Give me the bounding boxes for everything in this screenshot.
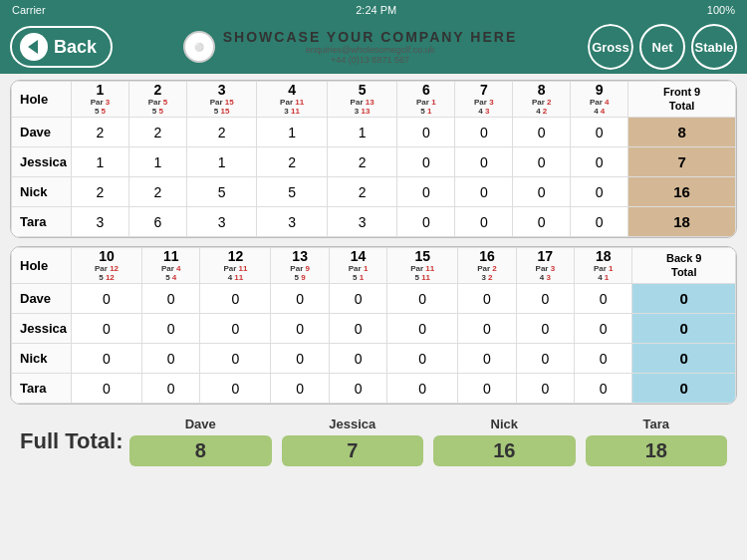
back9-score-tara-hole-18[interactable]: 0 (575, 374, 632, 404)
back9-score-tara-hole-10[interactable]: 0 (72, 374, 142, 404)
front9-score-nick-hole-6[interactable]: 0 (397, 177, 455, 207)
status-bar: Carrier 2:24 PM 100% (0, 0, 747, 20)
back9-score-nick-hole-11[interactable]: 0 (142, 344, 200, 374)
player-total-dave: Dave 8 (129, 417, 272, 466)
table-row: Dave0000000000 (12, 284, 736, 314)
back9-player-name-jessica: Jessica (12, 314, 72, 344)
back9-table: Hole 10 Par 12 5 12 11 Par 4 5 4 12 Par … (11, 247, 736, 404)
carrier-label: Carrier (12, 4, 46, 16)
front9-score-nick-hole-4[interactable]: 5 (257, 177, 327, 207)
front9-score-tara-hole-7[interactable]: 0 (455, 207, 513, 237)
back9-score-tara-hole-16[interactable]: 0 (458, 374, 516, 404)
front9-score-nick-hole-3[interactable]: 5 (186, 177, 256, 207)
back9-score-jessica-hole-18[interactable]: 0 (575, 314, 632, 344)
player-total-dave-name: Dave (185, 417, 216, 431)
back9-score-dave-hole-14[interactable]: 0 (329, 284, 386, 314)
front9-total-dave: 8 (628, 118, 736, 147)
back9-score-nick-hole-10[interactable]: 0 (72, 344, 142, 374)
front9-score-dave-hole-1[interactable]: 2 (72, 118, 129, 147)
front9-score-dave-hole-5[interactable]: 1 (327, 118, 396, 147)
front9-score-dave-hole-4[interactable]: 1 (257, 118, 327, 147)
front9-score-nick-hole-8[interactable]: 0 (513, 177, 571, 207)
back9-score-jessica-hole-14[interactable]: 0 (329, 314, 386, 344)
back-button[interactable]: Back (10, 26, 113, 68)
back9-score-dave-hole-13[interactable]: 0 (271, 284, 329, 314)
front9-score-tara-hole-4[interactable]: 3 (257, 207, 327, 237)
back9-hole-12: 12 Par 11 4 11 (200, 248, 271, 284)
front9-score-tara-hole-1[interactable]: 3 (72, 207, 129, 237)
front9-hole-9: 9 Par 4 4 4 (571, 82, 628, 118)
player-total-tara: Tara 18 (586, 417, 728, 466)
front9-header-row: Hole 1 Par 3 5 5 2 Par 5 5 5 3 Par 15 (12, 82, 736, 118)
front9-score-jessica-hole-7[interactable]: 0 (455, 147, 513, 177)
back9-score-dave-hole-10[interactable]: 0 (72, 284, 142, 314)
back9-score-tara-hole-11[interactable]: 0 (142, 374, 200, 404)
back9-score-jessica-hole-15[interactable]: 0 (387, 314, 458, 344)
front9-hole-5: 5 Par 13 3 13 (327, 82, 396, 118)
table-row: Nick0000000000 (12, 344, 736, 374)
back9-score-dave-hole-11[interactable]: 0 (142, 284, 200, 314)
front9-hole-8: 8 Par 2 4 2 (513, 82, 571, 118)
back9-score-jessica-hole-10[interactable]: 0 (72, 314, 142, 344)
front9-score-dave-hole-3[interactable]: 2 (186, 118, 256, 147)
back9-score-jessica-hole-13[interactable]: 0 (271, 314, 329, 344)
front9-score-tara-hole-6[interactable]: 0 (397, 207, 455, 237)
back9-score-nick-hole-16[interactable]: 0 (458, 344, 516, 374)
back9-score-dave-hole-15[interactable]: 0 (387, 284, 458, 314)
front9-score-tara-hole-5[interactable]: 3 (327, 207, 396, 237)
front9-score-dave-hole-8[interactable]: 0 (513, 118, 571, 147)
front9-score-nick-hole-5[interactable]: 2 (327, 177, 396, 207)
back9-score-nick-hole-12[interactable]: 0 (200, 344, 271, 374)
stable-button[interactable]: Stable (691, 24, 737, 70)
front9-score-dave-hole-9[interactable]: 0 (571, 118, 628, 147)
front9-score-jessica-hole-5[interactable]: 2 (327, 147, 396, 177)
front9-score-jessica-hole-4[interactable]: 2 (257, 147, 327, 177)
front9-score-jessica-hole-6[interactable]: 0 (397, 147, 455, 177)
front9-score-jessica-hole-3[interactable]: 1 (186, 147, 256, 177)
back9-score-dave-hole-17[interactable]: 0 (516, 284, 574, 314)
player-total-nick: Nick 16 (433, 417, 576, 466)
back9-score-nick-hole-15[interactable]: 0 (387, 344, 458, 374)
front9-total-jessica: 7 (628, 147, 736, 177)
front9-score-nick-hole-1[interactable]: 2 (72, 177, 129, 207)
front9-total-tara: 18 (628, 207, 736, 237)
front9-score-tara-hole-8[interactable]: 0 (513, 207, 571, 237)
back9-score-dave-hole-18[interactable]: 0 (575, 284, 632, 314)
back9-score-nick-hole-17[interactable]: 0 (516, 344, 574, 374)
back9-score-jessica-hole-17[interactable]: 0 (516, 314, 574, 344)
back9-score-jessica-hole-12[interactable]: 0 (200, 314, 271, 344)
back9-score-nick-hole-14[interactable]: 0 (329, 344, 386, 374)
back9-score-tara-hole-15[interactable]: 0 (387, 374, 458, 404)
front9-score-jessica-hole-8[interactable]: 0 (513, 147, 571, 177)
back-label: Back (54, 37, 97, 58)
front9-hole-6: 6 Par 1 5 1 (397, 82, 455, 118)
back9-score-tara-hole-13[interactable]: 0 (271, 374, 329, 404)
front9-hole-4: 4 Par 11 3 11 (257, 82, 327, 118)
front9-score-nick-hole-7[interactable]: 0 (455, 177, 513, 207)
back9-score-dave-hole-12[interactable]: 0 (200, 284, 271, 314)
net-button[interactable]: Net (639, 24, 685, 70)
back9-hole-11: 11 Par 4 5 4 (142, 248, 200, 284)
back9-score-dave-hole-16[interactable]: 0 (458, 284, 516, 314)
back9-score-nick-hole-18[interactable]: 0 (575, 344, 632, 374)
front9-score-nick-hole-9[interactable]: 0 (571, 177, 628, 207)
front9-score-tara-hole-9[interactable]: 0 (571, 207, 628, 237)
front9-score-jessica-hole-2[interactable]: 1 (128, 147, 186, 177)
front9-score-dave-hole-6[interactable]: 0 (397, 118, 455, 147)
player-name-nick: Nick (12, 177, 72, 207)
back9-score-jessica-hole-11[interactable]: 0 (142, 314, 200, 344)
back9-score-tara-hole-14[interactable]: 0 (329, 374, 386, 404)
front9-score-nick-hole-2[interactable]: 2 (128, 177, 186, 207)
front9-score-dave-hole-7[interactable]: 0 (455, 118, 513, 147)
front9-score-jessica-hole-9[interactable]: 0 (571, 147, 628, 177)
front9-score-tara-hole-3[interactable]: 3 (186, 207, 256, 237)
front9-score-tara-hole-2[interactable]: 6 (128, 207, 186, 237)
front9-score-dave-hole-2[interactable]: 2 (128, 118, 186, 147)
back9-score-jessica-hole-16[interactable]: 0 (458, 314, 516, 344)
back9-score-tara-hole-12[interactable]: 0 (200, 374, 271, 404)
back9-score-nick-hole-13[interactable]: 0 (271, 344, 329, 374)
back9-score-tara-hole-17[interactable]: 0 (516, 374, 574, 404)
back9-total-tara: 0 (632, 374, 736, 404)
front9-score-jessica-hole-1[interactable]: 1 (72, 147, 129, 177)
gross-button[interactable]: Gross (588, 24, 633, 70)
